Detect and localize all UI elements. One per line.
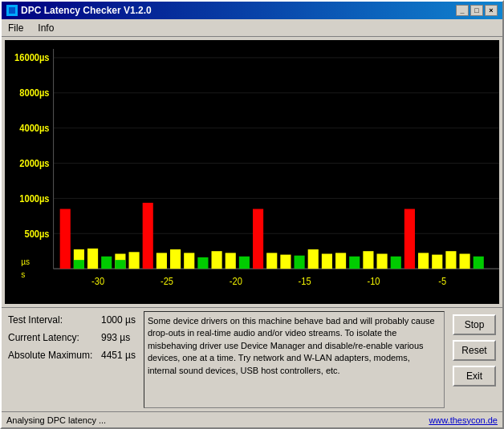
svg-rect-53 [404,209,415,269]
close-button[interactable]: × [485,5,498,16]
svg-rect-40 [226,253,236,269]
menubar: File Info [2,19,502,37]
svg-rect-57 [460,253,470,269]
statusbar: Analysing DPC latency ... www.thesycon.d… [2,411,502,427]
svg-rect-30 [101,257,112,269]
abs-max-row: Absolute Maximum: 4451 µs [8,350,136,361]
buttons-panel: Stop Reset Exit [449,311,499,408]
svg-rect-58 [474,257,484,269]
svg-rect-41 [239,257,250,269]
svg-rect-46 [308,249,319,269]
svg-rect-55 [432,255,442,269]
svg-text:500µs: 500µs [24,229,49,238]
svg-rect-33 [129,252,140,269]
svg-rect-51 [377,253,388,269]
svg-rect-47 [322,253,332,269]
analyzing-status: Analysing DPC latency ... [6,415,106,425]
svg-text:16000µs: 16000µs [14,53,49,63]
titlebar: DPC Latency Checker V1.2.0 _ □ × [2,2,502,19]
chart-container: 16000µs 8000µs 4000µs 2000µs 1000µs 500µ… [5,40,499,304]
current-latency-row: Current Latency: 993 µs [8,332,136,343]
svg-text:-30: -30 [91,276,104,285]
svg-text:s: s [21,269,25,279]
svg-rect-56 [445,251,456,269]
menu-info[interactable]: Info [35,22,57,34]
svg-text:4000µs: 4000µs [19,123,49,133]
svg-text:-15: -15 [299,276,311,285]
svg-rect-44 [280,255,291,269]
svg-text:8000µs: 8000µs [19,88,49,98]
website-link[interactable]: www.thesycon.de [429,415,498,425]
bottom-panel: Test Interval: 1000 µs Current Latency: … [2,307,502,411]
svg-rect-28 [74,260,84,269]
svg-text:-10: -10 [367,276,380,285]
svg-rect-43 [266,253,277,269]
svg-rect-36 [170,249,181,269]
svg-rect-32 [115,260,125,269]
abs-max-label: Absolute Maximum: [8,350,96,361]
window-title: DPC Latency Checker V1.2.0 [21,5,152,16]
current-latency-label: Current Latency: [8,332,96,343]
svg-text:µs: µs [21,256,30,265]
maximize-button[interactable]: □ [470,5,483,16]
current-latency-value: 993 µs [101,332,130,343]
svg-rect-39 [212,251,222,269]
svg-rect-34 [143,203,153,269]
test-interval-value: 1000 µs [101,314,136,326]
svg-rect-26 [60,209,71,269]
svg-rect-52 [391,257,401,269]
app-icon [6,5,18,16]
svg-rect-38 [197,257,208,269]
minimize-button[interactable]: _ [456,5,469,16]
latency-chart: 16000µs 8000µs 4000µs 2000µs 1000µs 500µ… [5,40,499,304]
svg-rect-1 [9,7,15,14]
info-text-panel: Some device drivers on this machine beha… [144,311,445,408]
svg-text:-5: -5 [438,276,446,285]
titlebar-left: DPC Latency Checker V1.2.0 [6,5,152,16]
svg-rect-50 [363,251,373,269]
svg-text:-25: -25 [161,276,173,285]
main-window: DPC Latency Checker V1.2.0 _ □ × File In… [0,0,504,429]
stop-button[interactable]: Stop [453,314,496,335]
svg-rect-35 [156,253,167,269]
svg-rect-37 [184,253,194,269]
svg-rect-45 [295,256,305,269]
svg-rect-29 [87,249,98,269]
svg-rect-48 [335,253,346,269]
svg-text:2000µs: 2000µs [19,159,49,168]
menu-file[interactable]: File [5,22,26,34]
svg-rect-49 [349,257,360,269]
test-interval-row: Test Interval: 1000 µs [8,314,136,326]
titlebar-buttons: _ □ × [456,5,498,16]
exit-button[interactable]: Exit [453,366,496,387]
test-interval-label: Test Interval: [8,314,96,326]
svg-text:1000µs: 1000µs [19,193,49,203]
svg-rect-54 [418,253,429,269]
reset-button[interactable]: Reset [453,340,496,361]
stats-panel: Test Interval: 1000 µs Current Latency: … [5,311,139,408]
svg-text:-20: -20 [230,276,242,285]
abs-max-value: 4451 µs [101,350,136,361]
svg-rect-42 [253,209,263,269]
